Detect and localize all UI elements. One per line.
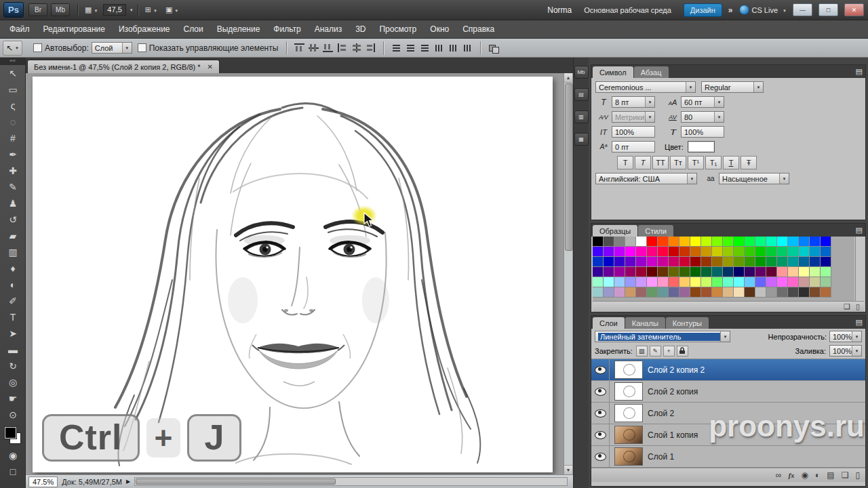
swatch[interactable] [614, 247, 625, 257]
layer-visibility-toggle[interactable] [591, 446, 610, 467]
vertical-scrollbar[interactable] [564, 73, 572, 474]
language-select[interactable]: Английский: США [595, 173, 697, 184]
swatch[interactable] [593, 247, 604, 257]
swatch[interactable] [636, 287, 647, 298]
swatch[interactable] [625, 247, 636, 257]
workspace-design-button[interactable]: Дизайн [684, 3, 722, 17]
swatch[interactable] [690, 287, 701, 298]
swatch[interactable] [766, 267, 777, 277]
swatch[interactable] [701, 257, 712, 267]
chevron-down-icon[interactable] [130, 5, 134, 15]
collapse-tools-button[interactable] [0, 58, 25, 65]
swatch[interactable] [625, 277, 636, 287]
clone-stamp-tool[interactable]: ♟ [0, 195, 26, 211]
close-button[interactable]: ✕ [844, 3, 864, 16]
launch-minibridge-button[interactable]: Mb [51, 3, 70, 16]
swatch[interactable] [821, 247, 831, 257]
swatch[interactable] [604, 287, 614, 298]
subscript-button[interactable]: T₁ [705, 156, 722, 169]
lock-transparency-icon[interactable]: ▨ [636, 346, 648, 357]
swatch[interactable] [745, 267, 755, 277]
swatch[interactable] [712, 237, 723, 247]
swatch[interactable] [658, 287, 669, 298]
lock-position-icon[interactable]: + [663, 346, 675, 357]
tracking-select[interactable]: 80 [681, 111, 724, 123]
strikethrough-button[interactable]: Ŧ [741, 156, 757, 169]
distribute-vertical-centers-button[interactable] [406, 43, 416, 52]
menu-item[interactable]: Слои [177, 21, 210, 37]
swatch[interactable] [799, 237, 810, 247]
swatch[interactable] [669, 267, 679, 277]
swatch[interactable] [690, 277, 701, 287]
swatch[interactable] [614, 237, 625, 247]
blur-tool[interactable]: ♦ [0, 260, 26, 277]
swatch[interactable] [810, 287, 821, 298]
layer-mask-icon[interactable]: ◉ [802, 470, 808, 480]
swatch[interactable] [614, 277, 625, 287]
swatch[interactable] [625, 257, 636, 267]
rectangular-marquee-tool[interactable]: ▭ [0, 81, 26, 98]
swatch[interactable] [669, 247, 679, 257]
swatch[interactable] [658, 257, 669, 267]
font-family-select[interactable]: Ceremonious ... [595, 81, 696, 93]
swatch[interactable] [734, 257, 745, 267]
layer-visibility-toggle[interactable] [591, 381, 610, 402]
baseline-shift-field[interactable]: 0 пт [612, 141, 655, 152]
tab-styles[interactable]: Стили [638, 225, 673, 237]
swatch[interactable] [658, 237, 669, 247]
align-bottom-edges-button[interactable] [323, 43, 333, 52]
launch-bridge-button[interactable]: Br [28, 3, 47, 16]
type-tool[interactable]: T [0, 309, 26, 325]
menu-item[interactable]: Редактирование [37, 21, 112, 37]
swatch[interactable] [788, 257, 799, 267]
layer-thumbnail[interactable] [614, 447, 643, 466]
panel-menu-icon[interactable] [856, 318, 863, 327]
path-selection-tool[interactable]: ➤ [0, 325, 26, 342]
swatch[interactable] [821, 287, 831, 298]
opacity-field[interactable]: 100% [829, 331, 862, 342]
swatch[interactable] [647, 247, 658, 257]
link-layers-icon[interactable]: ∞ [776, 470, 782, 480]
horizontal-scale-field[interactable]: 100% [681, 126, 724, 138]
cs-live-button[interactable]: CS Live [739, 5, 787, 15]
new-layer-icon[interactable]: ❏ [842, 470, 849, 480]
swatch[interactable] [755, 247, 766, 257]
distribute-horizontal-centers-button[interactable] [448, 43, 458, 52]
align-right-edges-button[interactable] [366, 43, 376, 52]
lasso-tool[interactable]: ς [0, 98, 26, 114]
layer-visibility-toggle[interactable] [591, 359, 610, 380]
swatch[interactable] [810, 247, 821, 257]
swatch[interactable] [636, 247, 647, 257]
vertical-scale-field[interactable]: 100% [612, 126, 655, 138]
font-size-select[interactable]: 8 пт [612, 96, 655, 108]
swatch[interactable] [723, 237, 734, 247]
swatch[interactable] [799, 277, 810, 287]
scroll-down-icon[interactable] [564, 465, 572, 474]
swatch[interactable] [766, 287, 777, 298]
swatch[interactable] [658, 267, 669, 277]
layer-group-icon[interactable]: ▤ [827, 470, 834, 480]
swatch[interactable] [777, 287, 788, 298]
swatch[interactable] [604, 257, 614, 267]
brush-tool[interactable]: ✎ [0, 179, 26, 195]
swatch[interactable] [669, 257, 679, 267]
faux-italic-button[interactable]: T [635, 156, 651, 169]
menu-item[interactable]: Просмотр [372, 21, 423, 37]
distribute-top-edges-button[interactable] [391, 43, 401, 52]
minibridge-dock-button[interactable]: Mb [574, 66, 589, 79]
layer-row[interactable]: Слой 2 копия 2 [591, 359, 865, 381]
faux-bold-button[interactable]: T [617, 156, 633, 169]
swatch[interactable] [810, 237, 821, 247]
leading-select[interactable]: 60 пт [681, 96, 724, 108]
swatch[interactable] [604, 237, 614, 247]
lock-pixels-icon[interactable]: ✎ [650, 346, 661, 357]
blend-mode-select[interactable]: Линейный затемнитель [595, 331, 730, 342]
align-top-edges-button[interactable] [294, 43, 304, 52]
show-controls-checkbox[interactable] [138, 43, 146, 52]
tab-layers[interactable]: Слои [593, 317, 625, 329]
align-vertical-centers-button[interactable] [309, 43, 319, 52]
swatches-scrollbar[interactable] [855, 237, 864, 301]
quick-selection-tool[interactable]: ◌ [0, 114, 26, 130]
fill-field[interactable]: 100% [829, 345, 862, 357]
minimize-button[interactable]: — [793, 3, 812, 16]
